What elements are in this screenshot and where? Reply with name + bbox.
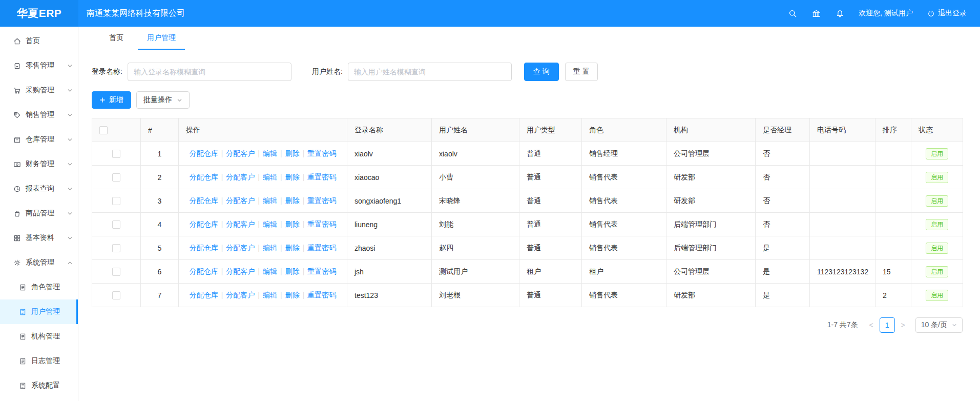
- op-edit-link[interactable]: 编辑: [263, 196, 277, 205]
- sidebar-item-label: 基本资料: [26, 233, 54, 243]
- sidebar-item-org-mgmt[interactable]: 机构管理: [0, 324, 78, 349]
- add-button[interactable]: 新增: [92, 91, 131, 109]
- op-assign-customer-link[interactable]: 分配客户: [226, 291, 255, 299]
- op-delete-link[interactable]: 删除: [285, 291, 300, 299]
- op-delete-link[interactable]: 删除: [285, 244, 300, 252]
- op-edit-link[interactable]: 编辑: [263, 291, 277, 299]
- op-reset-password-link[interactable]: 重置密码: [307, 196, 336, 205]
- op-assign-warehouse-link[interactable]: 分配仓库: [190, 244, 218, 252]
- op-delete-link[interactable]: 删除: [285, 267, 300, 275]
- op-edit-link[interactable]: 编辑: [263, 220, 277, 228]
- user-table-body: 1分配仓库|分配客户|编辑|删除|重置密码xiaolvxiaolv普通销售经理公…: [92, 142, 963, 307]
- prev-page-button[interactable]: <: [864, 317, 879, 333]
- sidebar-item-warehouse[interactable]: 仓库管理: [0, 127, 78, 152]
- table-row: 7分配仓库|分配客户|编辑|删除|重置密码test123刘老根普通销售代表研发部…: [92, 284, 963, 307]
- organization-bank-icon[interactable]: [804, 9, 828, 18]
- sidebar-item-retail[interactable]: 零售管理: [0, 53, 78, 78]
- chevron-down-icon: [67, 186, 73, 192]
- user-name-input[interactable]: [348, 63, 512, 81]
- sidebar-item-goods[interactable]: 商品管理: [0, 201, 78, 226]
- op-assign-customer-link[interactable]: 分配客户: [226, 173, 255, 181]
- op-assign-warehouse-link[interactable]: 分配仓库: [190, 173, 218, 181]
- op-separator: |: [280, 244, 282, 252]
- query-button[interactable]: 查 询: [524, 63, 559, 81]
- op-delete-link[interactable]: 删除: [285, 220, 300, 228]
- op-reset-password-link[interactable]: 重置密码: [307, 291, 336, 299]
- cell-user-type: 租户: [519, 260, 582, 284]
- sidebar-item-role-mgmt[interactable]: 角色管理: [0, 275, 78, 299]
- sidebar-item-sales[interactable]: 销售管理: [0, 103, 78, 127]
- table-row: 4分配仓库|分配客户|编辑|删除|重置密码liuneng刘能普通销售代表后端管理…: [92, 213, 963, 236]
- doc-icon: [19, 308, 27, 316]
- op-delete-link[interactable]: 删除: [285, 196, 300, 205]
- row-operations: 分配仓库|分配客户|编辑|删除|重置密码: [179, 189, 347, 213]
- sidebar-item-finance[interactable]: 财务管理: [0, 152, 78, 176]
- search-icon[interactable]: [781, 9, 804, 18]
- cell-login-name: test123: [347, 284, 432, 307]
- batch-actions-button[interactable]: 批量操作: [136, 91, 190, 109]
- sidebar-item-basic[interactable]: 基本资料: [0, 226, 78, 250]
- row-select-cell: [92, 142, 141, 166]
- op-delete-link[interactable]: 删除: [285, 149, 300, 157]
- row-checkbox[interactable]: [112, 173, 120, 182]
- select-all-checkbox[interactable]: [99, 126, 108, 134]
- op-reset-password-link[interactable]: 重置密码: [307, 267, 336, 275]
- column-header: 角色: [582, 118, 666, 142]
- op-assign-warehouse-link[interactable]: 分配仓库: [190, 149, 218, 157]
- op-delete-link[interactable]: 删除: [285, 173, 300, 181]
- op-reset-password-link[interactable]: 重置密码: [307, 149, 336, 157]
- sidebar-item-system[interactable]: 系统管理: [0, 250, 78, 275]
- row-checkbox[interactable]: [112, 268, 120, 276]
- notification-bell-icon[interactable]: [828, 9, 851, 18]
- op-assign-warehouse-link[interactable]: 分配仓库: [190, 220, 218, 228]
- op-separator: |: [303, 173, 305, 181]
- app-logo[interactable]: 华夏ERP: [0, 0, 78, 27]
- table-row: 3分配仓库|分配客户|编辑|删除|重置密码songxiaofeng1宋晓锋普通销…: [92, 189, 963, 213]
- sidebar-item-user-mgmt[interactable]: 用户管理: [0, 299, 78, 324]
- op-assign-customer-link[interactable]: 分配客户: [226, 267, 255, 275]
- op-reset-password-link[interactable]: 重置密码: [307, 173, 336, 181]
- cell-status: 启用: [911, 260, 963, 284]
- op-edit-link[interactable]: 编辑: [263, 149, 277, 157]
- op-reset-password-link[interactable]: 重置密码: [307, 244, 336, 252]
- user-table: #操作登录名称用户姓名用户类型角色机构是否经理电话号码排序状态 1分配仓库|分配…: [92, 118, 963, 307]
- login-name-input[interactable]: [128, 63, 291, 81]
- status-badge: 启用: [926, 195, 948, 207]
- op-assign-customer-link[interactable]: 分配客户: [226, 196, 255, 205]
- op-edit-link[interactable]: 编辑: [263, 244, 277, 252]
- page-number-button[interactable]: 1: [880, 317, 895, 333]
- logout-button[interactable]: 退出登录: [927, 9, 967, 18]
- sidebar-item-report[interactable]: 报表查询: [0, 176, 78, 201]
- cell-phone: [810, 166, 875, 189]
- op-edit-link[interactable]: 编辑: [263, 173, 277, 181]
- sidebar-item-home[interactable]: 首页: [0, 29, 78, 53]
- op-assign-warehouse-link[interactable]: 分配仓库: [190, 291, 218, 299]
- cell-organization: 后端管理部门: [666, 236, 756, 260]
- row-checkbox[interactable]: [112, 244, 120, 252]
- op-edit-link[interactable]: 编辑: [263, 267, 277, 275]
- op-assign-customer-link[interactable]: 分配客户: [226, 244, 255, 252]
- cell-user-type: 普通: [519, 213, 582, 236]
- op-assign-customer-link[interactable]: 分配客户: [226, 149, 255, 157]
- next-page-button[interactable]: >: [896, 317, 910, 333]
- cell-status: 启用: [911, 284, 963, 307]
- row-checkbox[interactable]: [112, 220, 120, 229]
- sidebar-item-purchase[interactable]: 采购管理: [0, 78, 78, 103]
- tab-user-management[interactable]: 用户管理: [138, 27, 185, 50]
- sidebar-item-label: 系统配置: [31, 381, 60, 390]
- reset-button[interactable]: 重 置: [565, 63, 598, 81]
- sidebar-item-label: 角色管理: [31, 283, 60, 292]
- sidebar-item-label: 首页: [26, 36, 40, 46]
- row-checkbox[interactable]: [112, 150, 120, 158]
- cell-organization: 后端管理部门: [666, 213, 756, 236]
- op-reset-password-link[interactable]: 重置密码: [307, 220, 336, 228]
- row-checkbox[interactable]: [112, 291, 120, 299]
- op-assign-warehouse-link[interactable]: 分配仓库: [190, 196, 218, 205]
- page-size-select[interactable]: 10 条/页: [915, 317, 963, 333]
- sidebar-item-sys-config[interactable]: 系统配置: [0, 373, 78, 398]
- tab-home[interactable]: 首页: [100, 27, 133, 50]
- op-assign-customer-link[interactable]: 分配客户: [226, 220, 255, 228]
- op-assign-warehouse-link[interactable]: 分配仓库: [190, 267, 218, 275]
- row-checkbox[interactable]: [112, 197, 120, 205]
- sidebar-item-log-mgmt[interactable]: 日志管理: [0, 349, 78, 373]
